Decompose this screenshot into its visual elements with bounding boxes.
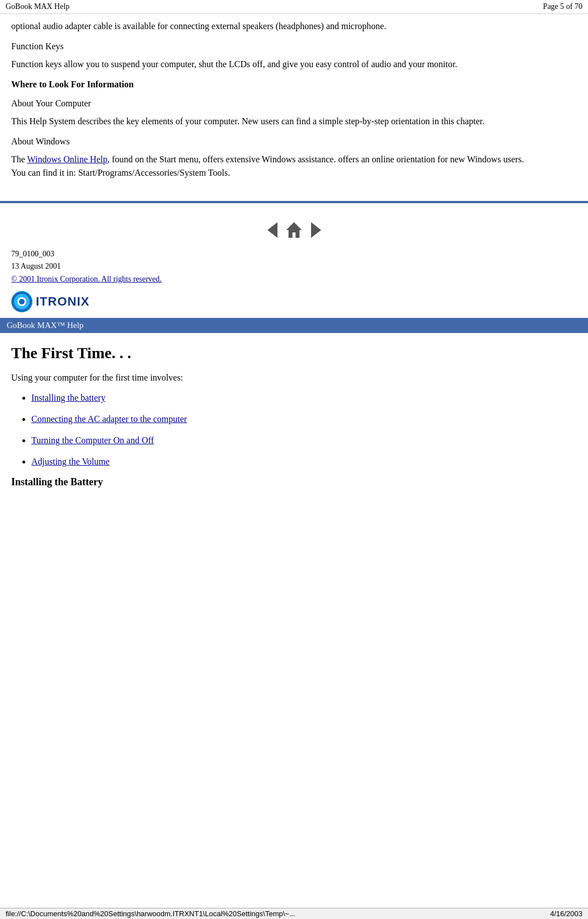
windows-para-before: The	[11, 154, 27, 164]
footer-info: 79_0100_003 13 August 2001 © 2001 Itroni…	[11, 248, 577, 285]
list-item: Adjusting the Volume	[31, 455, 577, 468]
itronix-logo-text: ITRONIX	[36, 294, 90, 309]
footer-copyright: © 2001 Itronix Corporation. All rights r…	[11, 273, 577, 285]
function-keys-para: Function keys allow you to suspend your …	[11, 58, 537, 71]
nav-home-icon[interactable]	[286, 222, 302, 238]
itronix-logo-icon	[11, 291, 32, 312]
intro-text: optional audio adapter cable is availabl…	[11, 21, 386, 31]
adjusting-volume-link[interactable]: Adjusting the Volume	[31, 457, 110, 466]
where-to-look-heading: Where to Look For Information	[11, 78, 537, 91]
divider-blue	[0, 201, 588, 203]
main-section: The First Time. . . Using your computer …	[0, 333, 588, 499]
gobook-bar-text: GoBook MAX™ Help	[7, 321, 83, 330]
windows-online-help-link[interactable]: Windows Online Help	[27, 154, 107, 164]
nav-arrows-row	[0, 212, 588, 243]
installing-battery-heading: Installing the Battery	[11, 476, 577, 488]
about-computer-heading: About Your Computer	[11, 97, 537, 110]
top-bar: GoBook MAX Help Page 5 of 70	[0, 0, 588, 14]
installing-battery-link[interactable]: Installing the battery	[31, 393, 105, 402]
connecting-ac-link[interactable]: Connecting the AC adapter to the compute…	[31, 414, 187, 424]
list-item: Turning the Computer On and Off	[31, 434, 577, 447]
first-time-intro: Using your computer for the first time i…	[11, 371, 577, 385]
intro-paragraph: optional audio adapter cable is availabl…	[11, 20, 537, 33]
logo-area: ITRONIX	[11, 291, 577, 312]
gobook-bar: GoBook MAX™ Help	[0, 318, 588, 333]
copyright-link[interactable]: © 2001 Itronix Corporation. All rights r…	[11, 275, 162, 283]
turning-on-off-link[interactable]: Turning the Computer On and Off	[31, 435, 154, 445]
svg-point-3	[19, 299, 25, 304]
function-keys-heading: Function Keys	[11, 40, 537, 53]
nav-next-arrow[interactable]	[311, 222, 321, 238]
first-time-heading: The First Time. . .	[11, 344, 577, 362]
windows-para: The Windows Online Help, found on the St…	[11, 153, 537, 180]
app-title: GoBook MAX Help	[6, 2, 69, 11]
page-info: Page 5 of 70	[543, 2, 582, 11]
content-area: optional audio adapter cable is availabl…	[0, 14, 548, 192]
footer-line1: 79_0100_003	[11, 248, 577, 260]
about-computer-para: This Help System describes the key eleme…	[11, 115, 537, 128]
nav-prev-arrow[interactable]	[267, 222, 277, 238]
list-item: Connecting the AC adapter to the compute…	[31, 412, 577, 426]
footer-line2: 13 August 2001	[11, 260, 577, 273]
about-windows-heading: About Windows	[11, 135, 537, 148]
list-item: Installing the battery	[31, 391, 577, 405]
bullet-list: Installing the battery Connecting the AC…	[31, 391, 577, 468]
